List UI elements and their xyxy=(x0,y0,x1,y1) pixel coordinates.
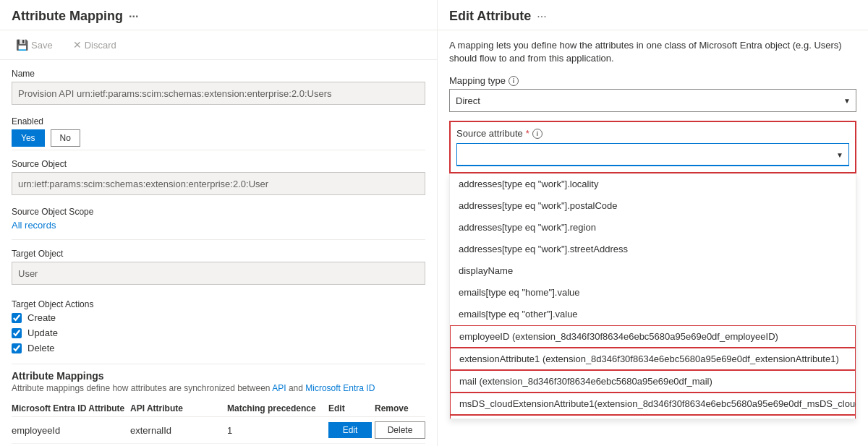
source-object-input[interactable] xyxy=(12,172,425,195)
attr-mappings-title: Attribute Mappings xyxy=(12,370,425,382)
name-section: Name xyxy=(0,60,437,113)
update-checkbox[interactable] xyxy=(12,328,22,338)
table-row: employeeId externalId 1 Edit Delete xyxy=(12,417,425,444)
source-attr-input-wrapper: ▼ xyxy=(456,143,849,166)
source-attr-dropdown: addresses[type eq "work"].localityaddres… xyxy=(449,173,856,419)
col-remove: Remove xyxy=(375,403,425,413)
mapping-type-row: Mapping type i Direct Constant Expressio… xyxy=(449,75,856,112)
source-attr-input[interactable] xyxy=(456,143,849,166)
discard-icon: ✕ xyxy=(73,39,82,51)
right-title-more-options[interactable]: ··· xyxy=(537,10,546,23)
save-icon: 💾 xyxy=(16,39,28,51)
delete-checkbox[interactable] xyxy=(12,343,22,353)
create-checkbox-row: Create xyxy=(12,312,425,323)
right-header: Edit Attribute ··· xyxy=(438,0,868,30)
dropdown-item[interactable]: addresses[type eq "work"].region xyxy=(450,217,856,239)
enabled-toggle-group: Yes No xyxy=(12,129,425,147)
mapping-type-select[interactable]: Direct Constant Expression xyxy=(449,89,856,112)
right-panel: Edit Attribute ··· A mapping lets you de… xyxy=(438,0,868,446)
required-indicator: * xyxy=(526,128,529,139)
entra-link[interactable]: Microsoft Entra ID xyxy=(305,383,375,393)
attr-mappings-desc: Attribute mappings define how attributes… xyxy=(12,383,425,393)
target-object-section: Target Object xyxy=(0,240,437,293)
source-object-section: Source Object xyxy=(0,150,437,204)
source-attr-label: Source attribute * i xyxy=(456,128,849,139)
dropdown-item[interactable]: addresses[type eq "work"].postalCode xyxy=(450,195,856,217)
dropdown-item[interactable]: emails[type eq "other"].value xyxy=(450,304,856,325)
dropdown-item[interactable]: mail (extension_8d346f30f8634e6ebc5680a9… xyxy=(450,370,856,393)
source-scope-label: Source Object Scope xyxy=(12,207,425,217)
update-label: Update xyxy=(27,327,58,338)
target-object-input[interactable] xyxy=(12,262,425,285)
row1-precedence: 1 xyxy=(227,425,326,436)
dropdown-item[interactable]: employeeID (extension_8d346f30f8634e6ebc… xyxy=(450,325,856,348)
delete-label: Delete xyxy=(27,343,55,353)
row1-api: externalId xyxy=(130,425,224,436)
api-link[interactable]: API xyxy=(272,383,286,393)
discard-button[interactable]: ✕ Discard xyxy=(69,36,121,53)
mapping-type-label: Mapping type i xyxy=(449,75,856,86)
source-attribute-box: Source attribute * i ▼ xyxy=(449,121,856,173)
all-records-link[interactable]: All records xyxy=(12,220,56,231)
left-panel: Attribute Mapping ··· 💾 Save ✕ Discard N… xyxy=(0,0,438,446)
target-actions-section: Target Object Actions Create Update Dele… xyxy=(0,293,437,364)
col-api: API Attribute xyxy=(130,403,224,413)
dropdown-item[interactable]: msExchExtensionAttribute16 (extension_8d… xyxy=(450,415,856,419)
dropdown-item[interactable]: extensionAttribute1 (extension_8d346f30f… xyxy=(450,348,856,370)
target-object-label: Target Object xyxy=(12,249,425,259)
enabled-section: Enabled Yes No xyxy=(0,113,437,150)
row1-entra: employeeId xyxy=(12,425,127,436)
dropdown-item[interactable]: addresses[type eq "work"].locality xyxy=(450,173,856,195)
name-input[interactable] xyxy=(12,82,425,105)
edit-attr-description: A mapping lets you define how the attrib… xyxy=(449,39,856,65)
edit-attribute-title: Edit Attribute xyxy=(449,9,531,24)
row1-edit-button[interactable]: Edit xyxy=(328,422,372,438)
no-toggle[interactable]: No xyxy=(51,129,80,147)
name-label: Name xyxy=(12,69,425,79)
right-content: A mapping lets you define how the attrib… xyxy=(438,30,868,428)
col-edit: Edit xyxy=(328,403,372,413)
panel-title-row: Attribute Mapping ··· xyxy=(12,9,425,24)
delete-checkbox-row: Delete xyxy=(12,343,425,353)
source-scope-section: Source Object Scope All records xyxy=(0,204,437,239)
enabled-label: Enabled xyxy=(12,116,425,126)
attribute-mapping-title: Attribute Mapping xyxy=(12,9,123,24)
dropdown-item[interactable]: addresses[type eq "work"].streetAddress xyxy=(450,239,856,260)
panel-header: Attribute Mapping ··· xyxy=(0,0,437,30)
mapping-type-select-wrapper: Direct Constant Expression ▼ xyxy=(449,89,856,112)
dropdown-item[interactable]: msDS_cloudExtensionAttribute1(extension_… xyxy=(450,393,856,415)
col-entra: Microsoft Entra ID Attribute xyxy=(12,403,127,413)
mapping-type-info-icon: i xyxy=(509,76,519,86)
yes-toggle[interactable]: Yes xyxy=(12,129,45,147)
row1-delete-button[interactable]: Delete xyxy=(375,421,425,439)
col-precedence: Matching precedence xyxy=(227,403,326,413)
dropdown-item[interactable]: emails[type eq "home"].value xyxy=(450,282,856,304)
update-checkbox-row: Update xyxy=(12,327,425,338)
source-attr-info-icon: i xyxy=(532,129,542,139)
source-object-label: Source Object xyxy=(12,159,425,169)
dropdown-item[interactable]: displayName xyxy=(450,260,856,282)
target-actions-label: Target Object Actions xyxy=(12,299,425,309)
attribute-mappings-section: Attribute Mappings Attribute mappings de… xyxy=(0,364,437,446)
save-button[interactable]: 💾 Save xyxy=(12,36,57,53)
toolbar: 💾 Save ✕ Discard xyxy=(0,30,437,60)
table-header: Microsoft Entra ID Attribute API Attribu… xyxy=(12,400,425,417)
title-more-options[interactable]: ··· xyxy=(129,10,138,23)
create-label: Create xyxy=(27,312,56,323)
create-checkbox[interactable] xyxy=(12,313,22,323)
